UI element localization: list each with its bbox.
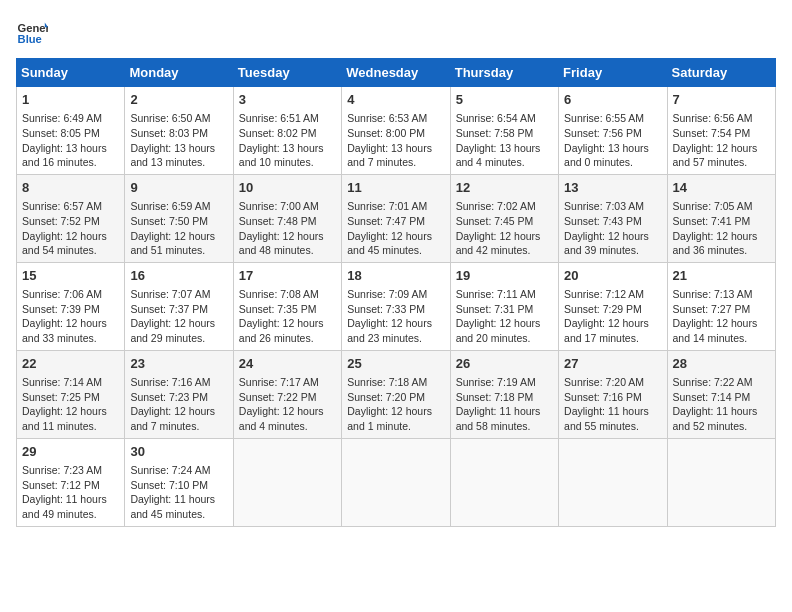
cell-text: Sunrise: 6:59 AM (130, 199, 227, 214)
calendar-cell (342, 438, 450, 526)
cell-text: Daylight: 12 hours (22, 404, 119, 419)
column-header-sunday: Sunday (17, 59, 125, 87)
cell-text: Sunset: 7:14 PM (673, 390, 770, 405)
cell-text: and 7 minutes. (347, 155, 444, 170)
calendar-cell: 2Sunrise: 6:50 AMSunset: 8:03 PMDaylight… (125, 87, 233, 175)
day-number: 27 (564, 355, 661, 373)
cell-text: and 48 minutes. (239, 243, 336, 258)
cell-text: Sunrise: 7:01 AM (347, 199, 444, 214)
day-number: 26 (456, 355, 553, 373)
cell-text: and 55 minutes. (564, 419, 661, 434)
cell-text: and 14 minutes. (673, 331, 770, 346)
cell-text: and 17 minutes. (564, 331, 661, 346)
cell-text: Sunset: 7:58 PM (456, 126, 553, 141)
cell-text: Daylight: 12 hours (347, 316, 444, 331)
svg-text:Blue: Blue (18, 33, 42, 45)
calendar-cell: 26Sunrise: 7:19 AMSunset: 7:18 PMDayligh… (450, 350, 558, 438)
cell-text: Sunrise: 7:02 AM (456, 199, 553, 214)
cell-text: and 33 minutes. (22, 331, 119, 346)
cell-text: Daylight: 11 hours (673, 404, 770, 419)
day-number: 7 (673, 91, 770, 109)
cell-text: and 58 minutes. (456, 419, 553, 434)
cell-text: Sunrise: 7:13 AM (673, 287, 770, 302)
calendar-week-1: 1Sunrise: 6:49 AMSunset: 8:05 PMDaylight… (17, 87, 776, 175)
calendar-cell (450, 438, 558, 526)
calendar-cell: 5Sunrise: 6:54 AMSunset: 7:58 PMDaylight… (450, 87, 558, 175)
cell-text: Daylight: 13 hours (456, 141, 553, 156)
cell-text: Daylight: 11 hours (22, 492, 119, 507)
column-header-wednesday: Wednesday (342, 59, 450, 87)
cell-text: Daylight: 12 hours (347, 404, 444, 419)
cell-text: and 10 minutes. (239, 155, 336, 170)
cell-text: Daylight: 12 hours (347, 229, 444, 244)
cell-text: Daylight: 12 hours (239, 229, 336, 244)
cell-text: and 4 minutes. (239, 419, 336, 434)
day-number: 2 (130, 91, 227, 109)
calendar-cell: 28Sunrise: 7:22 AMSunset: 7:14 PMDayligh… (667, 350, 775, 438)
calendar-cell: 19Sunrise: 7:11 AMSunset: 7:31 PMDayligh… (450, 262, 558, 350)
cell-text: and 51 minutes. (130, 243, 227, 258)
cell-text: Daylight: 12 hours (456, 316, 553, 331)
cell-text: and 23 minutes. (347, 331, 444, 346)
cell-text: and 29 minutes. (130, 331, 227, 346)
calendar-cell (667, 438, 775, 526)
cell-text: Daylight: 12 hours (239, 316, 336, 331)
cell-text: Daylight: 13 hours (564, 141, 661, 156)
column-header-thursday: Thursday (450, 59, 558, 87)
cell-text: Sunset: 7:29 PM (564, 302, 661, 317)
cell-text: Daylight: 12 hours (456, 229, 553, 244)
cell-text: and 57 minutes. (673, 155, 770, 170)
day-number: 19 (456, 267, 553, 285)
day-number: 28 (673, 355, 770, 373)
column-header-row: SundayMondayTuesdayWednesdayThursdayFrid… (17, 59, 776, 87)
calendar-cell: 14Sunrise: 7:05 AMSunset: 7:41 PMDayligh… (667, 174, 775, 262)
calendar-cell: 30Sunrise: 7:24 AMSunset: 7:10 PMDayligh… (125, 438, 233, 526)
cell-text: Sunrise: 7:09 AM (347, 287, 444, 302)
cell-text: and 42 minutes. (456, 243, 553, 258)
cell-text: Sunrise: 7:06 AM (22, 287, 119, 302)
cell-text: Sunrise: 6:53 AM (347, 111, 444, 126)
cell-text: Sunset: 7:25 PM (22, 390, 119, 405)
cell-text: Sunset: 7:54 PM (673, 126, 770, 141)
cell-text: Sunrise: 6:55 AM (564, 111, 661, 126)
cell-text: Daylight: 13 hours (347, 141, 444, 156)
cell-text: Sunset: 7:43 PM (564, 214, 661, 229)
calendar-cell: 27Sunrise: 7:20 AMSunset: 7:16 PMDayligh… (559, 350, 667, 438)
cell-text: Sunrise: 7:23 AM (22, 463, 119, 478)
calendar-cell: 17Sunrise: 7:08 AMSunset: 7:35 PMDayligh… (233, 262, 341, 350)
cell-text: and 20 minutes. (456, 331, 553, 346)
day-number: 21 (673, 267, 770, 285)
cell-text: Sunrise: 7:14 AM (22, 375, 119, 390)
svg-text:General: General (18, 22, 48, 34)
column-header-monday: Monday (125, 59, 233, 87)
cell-text: Sunrise: 6:56 AM (673, 111, 770, 126)
calendar-week-2: 8Sunrise: 6:57 AMSunset: 7:52 PMDaylight… (17, 174, 776, 262)
cell-text: Daylight: 13 hours (239, 141, 336, 156)
cell-text: Sunset: 7:12 PM (22, 478, 119, 493)
day-number: 23 (130, 355, 227, 373)
day-number: 16 (130, 267, 227, 285)
day-number: 20 (564, 267, 661, 285)
day-number: 9 (130, 179, 227, 197)
cell-text: Sunrise: 7:22 AM (673, 375, 770, 390)
calendar-cell: 23Sunrise: 7:16 AMSunset: 7:23 PMDayligh… (125, 350, 233, 438)
cell-text: and 49 minutes. (22, 507, 119, 522)
cell-text: Sunset: 7:47 PM (347, 214, 444, 229)
cell-text: Sunset: 7:35 PM (239, 302, 336, 317)
cell-text: Daylight: 13 hours (22, 141, 119, 156)
calendar-cell: 25Sunrise: 7:18 AMSunset: 7:20 PMDayligh… (342, 350, 450, 438)
cell-text: and 36 minutes. (673, 243, 770, 258)
cell-text: and 16 minutes. (22, 155, 119, 170)
day-number: 15 (22, 267, 119, 285)
cell-text: Sunset: 7:50 PM (130, 214, 227, 229)
cell-text: Sunset: 7:22 PM (239, 390, 336, 405)
cell-text: Daylight: 12 hours (22, 316, 119, 331)
cell-text: Sunrise: 7:12 AM (564, 287, 661, 302)
cell-text: Sunrise: 7:24 AM (130, 463, 227, 478)
cell-text: Daylight: 11 hours (564, 404, 661, 419)
cell-text: Sunrise: 7:20 AM (564, 375, 661, 390)
cell-text: Sunrise: 7:18 AM (347, 375, 444, 390)
cell-text: Sunset: 8:03 PM (130, 126, 227, 141)
day-number: 14 (673, 179, 770, 197)
cell-text: and 4 minutes. (456, 155, 553, 170)
